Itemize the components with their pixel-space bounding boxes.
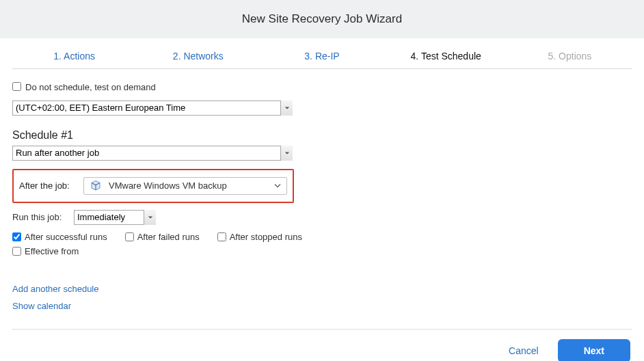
effective-from-label: Effective from xyxy=(25,246,79,256)
after-successful-label: After successful runs xyxy=(25,232,107,242)
wizard-title: New Site Recovery Job Wizard xyxy=(0,12,644,26)
footer-divider xyxy=(12,329,632,330)
after-stopped-checkbox[interactable] xyxy=(217,232,226,241)
schedule-links: Add another schedule Show calendar xyxy=(12,284,306,311)
after-job-row-highlight: After the job: VMware Windows VM backup xyxy=(12,169,294,203)
after-job-select[interactable]: VMware Windows VM backup xyxy=(83,177,287,195)
schedule-type-select[interactable] xyxy=(12,146,293,161)
no-schedule-checkbox[interactable] xyxy=(12,82,21,91)
run-this-job-label: Run this job: xyxy=(12,212,67,222)
wizard-tabs: 1. Actions 2. Networks 3. Re-IP 4. Test … xyxy=(12,42,632,69)
after-job-value: VMware Windows VM backup xyxy=(109,180,227,191)
add-another-schedule-link[interactable]: Add another schedule xyxy=(12,284,306,294)
after-job-label: After the job: xyxy=(19,180,74,191)
tab-networks[interactable]: 2. Networks xyxy=(136,42,260,68)
wizard-footer: Cancel Next xyxy=(12,339,632,361)
schedule-heading: Schedule #1 xyxy=(12,129,306,142)
wizard-header: New Site Recovery Job Wizard xyxy=(0,0,644,38)
vmware-job-icon xyxy=(90,180,102,192)
no-schedule-label: Do not schedule, test on demand xyxy=(25,81,156,94)
after-failed-label: After failed runs xyxy=(137,232,200,242)
tab-options: 5. Options xyxy=(508,42,632,68)
cancel-button[interactable]: Cancel xyxy=(502,340,546,361)
after-failed-checkbox[interactable] xyxy=(125,232,134,241)
run-this-job-select[interactable] xyxy=(74,210,156,225)
next-button[interactable]: Next xyxy=(558,339,630,361)
timezone-select[interactable] xyxy=(12,101,293,116)
show-calendar-link[interactable]: Show calendar xyxy=(12,301,306,311)
chevron-down-icon xyxy=(274,180,281,191)
tab-actions[interactable]: 1. Actions xyxy=(12,42,136,68)
after-successful-checkbox[interactable] xyxy=(12,232,21,241)
tab-reip[interactable]: 3. Re-IP xyxy=(260,42,384,68)
effective-from-checkbox[interactable] xyxy=(12,247,21,256)
tab-test-schedule[interactable]: 4. Test Schedule xyxy=(384,42,508,68)
after-stopped-label: After stopped runs xyxy=(230,232,302,242)
schedule-form: Do not schedule, test on demand Schedule… xyxy=(12,69,306,323)
